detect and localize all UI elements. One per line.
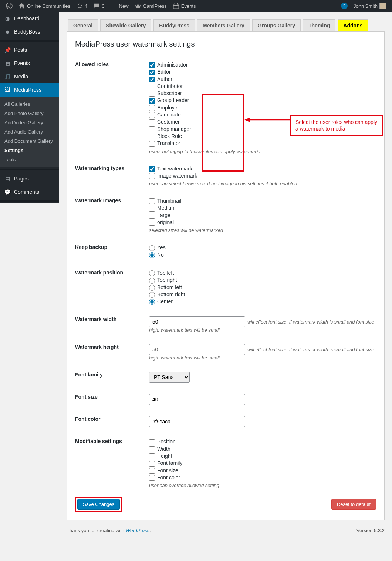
sidebar-item-mediapress[interactable]: 🖼MediaPress (0, 83, 59, 97)
wmimage-checkbox[interactable] (149, 213, 155, 219)
font-color-input[interactable] (149, 416, 245, 427)
submenu-settings[interactable]: Settings (0, 146, 59, 155)
modifiable-checkbox[interactable] (149, 453, 155, 459)
sidebar-item-dashboard[interactable]: ◑Dashboard (0, 12, 59, 25)
modifiable-checkbox[interactable] (149, 439, 155, 445)
tab-theming[interactable]: Theming (303, 19, 335, 32)
role-checkbox[interactable] (149, 98, 155, 104)
wmimage-checkbox[interactable] (149, 198, 155, 204)
role-checkbox[interactable] (149, 126, 155, 132)
backup-radio[interactable] (149, 252, 155, 258)
font-family-select[interactable]: PT Sans (149, 372, 190, 383)
tab-members[interactable]: Members Gallery (197, 19, 250, 32)
notifications-link[interactable]: 2 (338, 0, 351, 12)
submenu-add-document[interactable]: Add Document Gallery (0, 136, 59, 146)
wmtype-checkbox[interactable] (149, 173, 155, 179)
position-option[interactable]: Bottom left (149, 284, 376, 291)
modifiable-option[interactable]: Font family (149, 460, 376, 467)
role-checkbox[interactable] (149, 91, 155, 97)
pin-icon: 📌 (4, 46, 11, 54)
font-size-input[interactable] (149, 394, 245, 405)
watermark-width-input[interactable] (149, 316, 245, 327)
position-option[interactable]: Bottom right (149, 291, 376, 298)
position-radio[interactable] (149, 292, 155, 298)
role-checkbox[interactable] (149, 119, 155, 125)
submenu-tools[interactable]: Tools (0, 155, 59, 164)
modifiable-option[interactable]: Height (149, 453, 376, 460)
role-option[interactable]: Employer (149, 104, 376, 111)
wmimage-option[interactable]: Large (149, 212, 376, 219)
events-link[interactable]: Events (170, 0, 199, 12)
position-option[interactable]: Center (149, 298, 376, 305)
save-changes-button[interactable]: Save Changes (77, 499, 120, 510)
backup-option[interactable]: No (149, 251, 376, 258)
watermark-height-input[interactable] (149, 344, 245, 355)
wmimage-option[interactable]: Medium (149, 205, 376, 212)
sidebar-item-media[interactable]: 🎵Media (0, 70, 59, 83)
modifiable-checkbox[interactable] (149, 446, 155, 452)
footer-wordpress-link[interactable]: WordPress (126, 528, 149, 533)
reset-default-button[interactable]: Reset to default (331, 499, 376, 510)
new-link[interactable]: New (108, 0, 132, 12)
position-radio[interactable] (149, 270, 155, 276)
role-option[interactable]: Contributor (149, 83, 376, 90)
tab-groups[interactable]: Groups Gallery (252, 19, 301, 32)
site-name-link[interactable]: Online Communities (16, 0, 73, 12)
position-radio[interactable] (149, 278, 155, 284)
gamipress-link[interactable]: GamiPress (132, 0, 170, 12)
backup-option[interactable]: Yes (149, 244, 376, 251)
role-option[interactable]: Subscriber (149, 90, 376, 97)
wmtype-option[interactable]: Image watermark (149, 172, 376, 179)
modifiable-option[interactable]: Width (149, 446, 376, 453)
role-checkbox[interactable] (149, 141, 155, 147)
role-option[interactable]: Group Leader (149, 97, 376, 104)
submenu-add-audio[interactable]: Add Audio Gallery (0, 127, 59, 136)
role-checkbox[interactable] (149, 62, 155, 68)
wmimage-option[interactable]: original (149, 219, 376, 226)
role-checkbox[interactable] (149, 112, 155, 118)
tab-addons[interactable]: Addons (338, 19, 368, 32)
refresh-icon (76, 3, 83, 9)
role-checkbox[interactable] (149, 77, 155, 82)
updates-link[interactable]: 4 (73, 0, 90, 12)
position-radio[interactable] (149, 285, 155, 291)
position-option[interactable]: Top left (149, 270, 376, 277)
calendar-icon (173, 3, 179, 9)
role-option[interactable]: Translator (149, 140, 376, 147)
role-option[interactable]: Author (149, 76, 376, 83)
tab-sitewide[interactable]: Sitewide Gallery (100, 19, 151, 32)
backup-radio[interactable] (149, 245, 155, 251)
modifiable-checkbox[interactable] (149, 475, 155, 481)
tab-buddypress[interactable]: BuddyPress (153, 19, 195, 32)
tab-general[interactable]: General (68, 19, 98, 32)
position-radio[interactable] (149, 299, 155, 305)
role-option[interactable]: Administrator (149, 61, 376, 68)
wmimage-option[interactable]: Thumbnail (149, 197, 376, 205)
wmtype-option[interactable]: Text watermark (149, 165, 376, 172)
position-option[interactable]: Top right (149, 277, 376, 284)
sidebar-item-buddyboss[interactable]: ☻BuddyBoss (0, 25, 59, 38)
comments-link[interactable]: 0 (90, 0, 107, 12)
submenu-add-video[interactable]: Add Video Gallery (0, 118, 59, 127)
role-option[interactable]: Editor (149, 68, 376, 75)
role-checkbox[interactable] (149, 70, 155, 75)
sidebar-item-pages[interactable]: ▤Pages (0, 172, 59, 185)
wmimage-checkbox[interactable] (149, 206, 155, 212)
submenu-all-galleries[interactable]: All Galleries (0, 99, 59, 109)
submenu-add-photo[interactable]: Add Photo Gallery (0, 109, 59, 118)
sidebar-item-posts[interactable]: 📌Posts (0, 43, 59, 57)
role-checkbox[interactable] (149, 105, 155, 111)
role-checkbox[interactable] (149, 134, 155, 139)
modifiable-option[interactable]: Position (149, 438, 376, 445)
sidebar-item-comments[interactable]: 💬Comments (0, 185, 59, 199)
modifiable-option[interactable]: Font size (149, 467, 376, 474)
modifiable-option[interactable]: Font color (149, 474, 376, 481)
modifiable-checkbox[interactable] (149, 468, 155, 474)
sidebar-item-events[interactable]: ▦Events (0, 57, 59, 70)
wmtype-checkbox[interactable] (149, 166, 155, 172)
wmimage-checkbox[interactable] (149, 220, 155, 226)
user-account-link[interactable]: John Smith (351, 0, 389, 12)
wp-logo[interactable] (3, 0, 16, 12)
role-checkbox[interactable] (149, 84, 155, 89)
modifiable-checkbox[interactable] (149, 461, 155, 467)
